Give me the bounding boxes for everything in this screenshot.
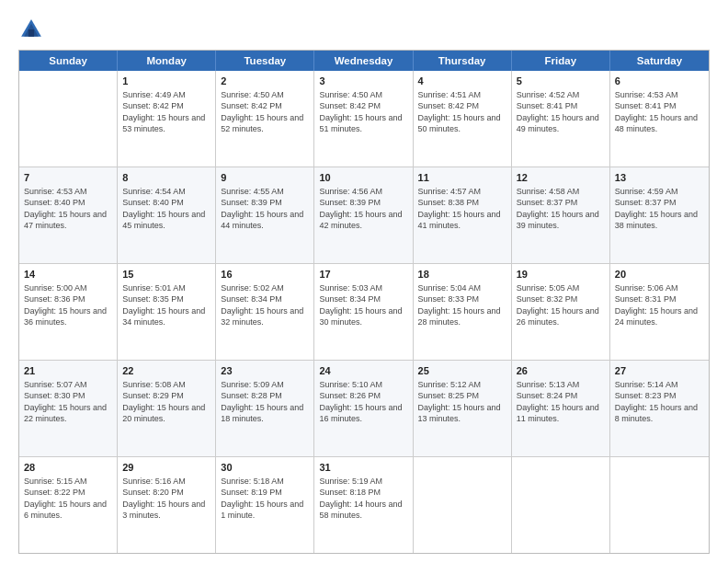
cell-info: Sunrise: 5:09 AM Sunset: 8:28 PM Dayligh… (221, 379, 309, 425)
day-number: 6 (615, 75, 704, 88)
day-number: 20 (615, 268, 704, 282)
calendar-cell: 7Sunrise: 4:53 AM Sunset: 8:40 PM Daylig… (19, 167, 118, 263)
weekday-header-saturday: Saturday (610, 51, 709, 71)
calendar-header: SundayMondayTuesdayWednesdayThursdayFrid… (19, 51, 709, 71)
weekday-header-sunday: Sunday (19, 51, 118, 71)
calendar-cell (414, 457, 512, 553)
weekday-header-wednesday: Wednesday (314, 51, 413, 71)
day-number: 4 (418, 75, 506, 88)
calendar-cell: 13Sunrise: 4:59 AM Sunset: 8:37 PM Dayli… (610, 167, 709, 263)
page: SundayMondayTuesdayWednesdayThursdayFrid… (0, 0, 728, 563)
header (18, 17, 710, 42)
calendar-cell: 26Sunrise: 5:13 AM Sunset: 8:24 PM Dayli… (512, 361, 610, 456)
day-number: 27 (615, 364, 704, 378)
calendar-body: 1Sunrise: 4:49 AM Sunset: 8:42 PM Daylig… (19, 71, 709, 553)
day-number: 14 (24, 268, 112, 282)
day-number: 25 (418, 364, 506, 378)
cell-info: Sunrise: 5:13 AM Sunset: 8:24 PM Dayligh… (517, 379, 605, 425)
calendar-cell: 1Sunrise: 4:49 AM Sunset: 8:42 PM Daylig… (118, 71, 216, 167)
weekday-header-thursday: Thursday (414, 51, 512, 71)
day-number: 16 (221, 268, 309, 282)
cell-info: Sunrise: 4:57 AM Sunset: 8:38 PM Dayligh… (418, 186, 506, 232)
cell-info: Sunrise: 5:15 AM Sunset: 8:22 PM Dayligh… (24, 476, 112, 522)
calendar-cell: 18Sunrise: 5:04 AM Sunset: 8:33 PM Dayli… (414, 264, 512, 360)
cell-info: Sunrise: 5:03 AM Sunset: 8:34 PM Dayligh… (319, 282, 407, 328)
calendar-cell: 23Sunrise: 5:09 AM Sunset: 8:28 PM Dayli… (216, 361, 314, 456)
calendar-cell: 31Sunrise: 5:19 AM Sunset: 8:18 PM Dayli… (314, 457, 413, 553)
calendar: SundayMondayTuesdayWednesdayThursdayFrid… (18, 50, 710, 554)
day-number: 30 (221, 461, 309, 475)
calendar-cell: 22Sunrise: 5:08 AM Sunset: 8:29 PM Dayli… (118, 361, 216, 456)
calendar-cell: 27Sunrise: 5:14 AM Sunset: 8:23 PM Dayli… (610, 361, 709, 456)
day-number: 18 (418, 268, 506, 282)
day-number: 1 (122, 75, 210, 88)
calendar-cell: 17Sunrise: 5:03 AM Sunset: 8:34 PM Dayli… (314, 264, 413, 360)
day-number: 17 (319, 268, 407, 282)
day-number: 22 (122, 364, 210, 378)
calendar-cell: 14Sunrise: 5:00 AM Sunset: 8:36 PM Dayli… (19, 264, 118, 360)
calendar-cell: 5Sunrise: 4:52 AM Sunset: 8:41 PM Daylig… (512, 71, 610, 167)
calendar-cell: 24Sunrise: 5:10 AM Sunset: 8:26 PM Dayli… (314, 361, 413, 456)
weekday-header-tuesday: Tuesday (216, 51, 314, 71)
cell-info: Sunrise: 4:50 AM Sunset: 8:42 PM Dayligh… (221, 89, 309, 135)
weekday-header-friday: Friday (512, 51, 610, 71)
day-number: 11 (418, 171, 506, 185)
cell-info: Sunrise: 5:08 AM Sunset: 8:29 PM Dayligh… (122, 379, 210, 425)
day-number: 21 (24, 364, 112, 378)
cell-info: Sunrise: 5:06 AM Sunset: 8:31 PM Dayligh… (615, 282, 704, 328)
calendar-cell: 11Sunrise: 4:57 AM Sunset: 8:38 PM Dayli… (414, 167, 512, 263)
day-number: 19 (517, 268, 605, 282)
calendar-cell (512, 457, 610, 553)
cell-info: Sunrise: 5:04 AM Sunset: 8:33 PM Dayligh… (418, 282, 506, 328)
day-number: 23 (221, 364, 309, 378)
day-number: 13 (615, 171, 704, 185)
calendar-cell: 15Sunrise: 5:01 AM Sunset: 8:35 PM Dayli… (118, 264, 216, 360)
logo (18, 17, 48, 42)
day-number: 10 (319, 171, 407, 185)
calendar-cell: 8Sunrise: 4:54 AM Sunset: 8:40 PM Daylig… (118, 167, 216, 263)
cell-info: Sunrise: 4:54 AM Sunset: 8:40 PM Dayligh… (122, 186, 210, 232)
calendar-cell: 25Sunrise: 5:12 AM Sunset: 8:25 PM Dayli… (414, 361, 512, 456)
cell-info: Sunrise: 4:50 AM Sunset: 8:42 PM Dayligh… (319, 89, 407, 135)
cell-info: Sunrise: 5:12 AM Sunset: 8:25 PM Dayligh… (418, 379, 506, 425)
cell-info: Sunrise: 5:07 AM Sunset: 8:30 PM Dayligh… (24, 379, 112, 425)
calendar-cell: 2Sunrise: 4:50 AM Sunset: 8:42 PM Daylig… (216, 71, 314, 167)
calendar-cell (19, 71, 118, 167)
day-number: 28 (24, 461, 112, 475)
cell-info: Sunrise: 4:51 AM Sunset: 8:42 PM Dayligh… (418, 89, 506, 135)
day-number: 5 (517, 75, 605, 88)
weekday-header-monday: Monday (118, 51, 216, 71)
cell-info: Sunrise: 5:19 AM Sunset: 8:18 PM Dayligh… (319, 476, 407, 522)
day-number: 31 (319, 461, 407, 475)
day-number: 29 (122, 461, 210, 475)
day-number: 2 (221, 75, 309, 88)
calendar-cell: 20Sunrise: 5:06 AM Sunset: 8:31 PM Dayli… (610, 264, 709, 360)
day-number: 8 (122, 171, 210, 185)
cell-info: Sunrise: 4:52 AM Sunset: 8:41 PM Dayligh… (517, 89, 605, 135)
calendar-row-4: 21Sunrise: 5:07 AM Sunset: 8:30 PM Dayli… (19, 360, 709, 456)
calendar-cell: 10Sunrise: 4:56 AM Sunset: 8:39 PM Dayli… (314, 167, 413, 263)
calendar-row-5: 28Sunrise: 5:15 AM Sunset: 8:22 PM Dayli… (19, 456, 709, 553)
calendar-cell (610, 457, 709, 553)
calendar-cell: 28Sunrise: 5:15 AM Sunset: 8:22 PM Dayli… (19, 457, 118, 553)
day-number: 9 (221, 171, 309, 185)
cell-info: Sunrise: 4:55 AM Sunset: 8:39 PM Dayligh… (221, 186, 309, 232)
logo-icon (18, 17, 44, 42)
day-number: 7 (24, 171, 112, 185)
cell-info: Sunrise: 4:56 AM Sunset: 8:39 PM Dayligh… (319, 186, 407, 232)
calendar-cell: 16Sunrise: 5:02 AM Sunset: 8:34 PM Dayli… (216, 264, 314, 360)
calendar-row-3: 14Sunrise: 5:00 AM Sunset: 8:36 PM Dayli… (19, 263, 709, 360)
calendar-cell: 19Sunrise: 5:05 AM Sunset: 8:32 PM Dayli… (512, 264, 610, 360)
svg-rect-2 (28, 29, 34, 37)
cell-info: Sunrise: 4:58 AM Sunset: 8:37 PM Dayligh… (517, 186, 605, 232)
day-number: 3 (319, 75, 407, 88)
cell-info: Sunrise: 5:10 AM Sunset: 8:26 PM Dayligh… (319, 379, 407, 425)
calendar-row-1: 1Sunrise: 4:49 AM Sunset: 8:42 PM Daylig… (19, 71, 709, 167)
calendar-cell: 21Sunrise: 5:07 AM Sunset: 8:30 PM Dayli… (19, 361, 118, 456)
cell-info: Sunrise: 4:53 AM Sunset: 8:41 PM Dayligh… (615, 89, 704, 135)
cell-info: Sunrise: 5:14 AM Sunset: 8:23 PM Dayligh… (615, 379, 704, 425)
cell-info: Sunrise: 5:00 AM Sunset: 8:36 PM Dayligh… (24, 282, 112, 328)
calendar-cell: 9Sunrise: 4:55 AM Sunset: 8:39 PM Daylig… (216, 167, 314, 263)
cell-info: Sunrise: 4:49 AM Sunset: 8:42 PM Dayligh… (122, 89, 210, 135)
calendar-cell: 4Sunrise: 4:51 AM Sunset: 8:42 PM Daylig… (414, 71, 512, 167)
